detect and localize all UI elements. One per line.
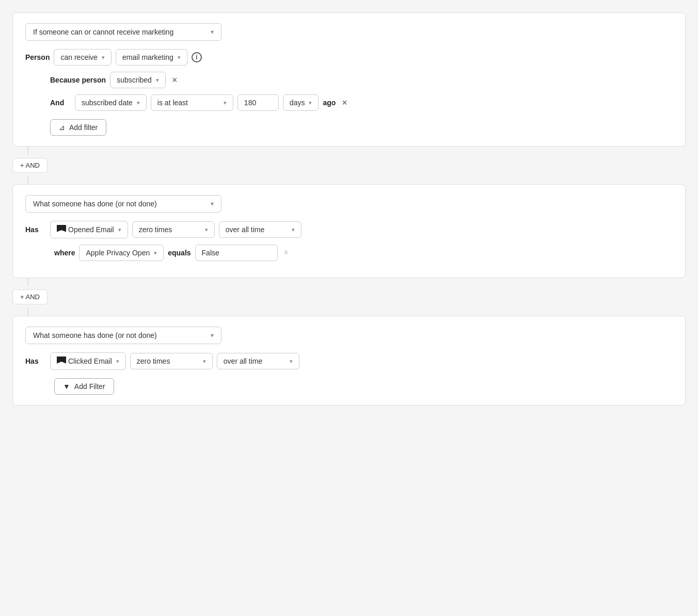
time-chevron-2: ▾: [292, 226, 295, 233]
condition-type-chevron-3: ▾: [211, 332, 214, 339]
add-filter-icon-1: ⊿: [59, 123, 65, 132]
condition-block-2: What someone has done (or not done) ▾ Ha…: [12, 184, 686, 278]
marketing-type-label: email marketing: [122, 53, 173, 61]
action-chevron-3: ▾: [116, 358, 119, 365]
days-value-input[interactable]: [237, 94, 279, 111]
has-row-2: Has Opened Email ▾ zero times ▾ over all…: [25, 221, 673, 238]
action-label-3: Clicked Email: [68, 357, 112, 365]
condition-type-label-2: What someone has done (or not done): [33, 200, 157, 208]
condition-type-chevron-1: ▾: [211, 28, 214, 36]
vert-line-1: [28, 147, 28, 155]
and-connector-2: + AND: [12, 286, 686, 307]
can-receive-label: can receive: [60, 53, 98, 61]
value-dropdown-2[interactable]: False: [195, 245, 278, 261]
and-label: And: [50, 99, 71, 107]
subscribed-date-dropdown[interactable]: subscribed date ▾: [75, 94, 147, 111]
is-at-least-chevron: ▾: [224, 100, 227, 106]
frequency-chevron-3: ▾: [203, 358, 206, 365]
add-filter-button-3[interactable]: ▼ Add Filter: [54, 378, 114, 395]
action-dropdown-3[interactable]: Clicked Email ▾: [50, 352, 126, 370]
marketing-type-dropdown[interactable]: email marketing ▾: [116, 49, 187, 66]
time-label-3: over all time: [224, 357, 262, 365]
frequency-label-2: zero times: [139, 225, 172, 234]
has-label-3: Has: [25, 357, 46, 365]
property-chevron-2: ▾: [154, 250, 157, 256]
and-row-close-button[interactable]: ×: [340, 98, 350, 107]
person-row: Person can receive ▾ email marketing ▾ i: [25, 49, 673, 66]
and-button-2[interactable]: + AND: [12, 289, 47, 304]
condition-type-label-1: If someone can or cannot receive marketi…: [33, 28, 173, 36]
condition-block-3: What someone has done (or not done) ▾ Ha…: [12, 316, 686, 406]
frequency-chevron-2: ▾: [205, 226, 208, 233]
can-receive-dropdown[interactable]: can receive ▾: [54, 49, 112, 66]
ago-label: ago: [323, 99, 336, 107]
and-connector-1: + AND: [12, 155, 686, 176]
and-button-1[interactable]: + AND: [12, 158, 47, 173]
vert-line-4: [28, 307, 28, 316]
and-row: And subscribed date ▾ is at least ▾ days…: [25, 94, 673, 111]
days-unit-label: days: [290, 99, 305, 107]
value-label-2: False: [202, 249, 219, 257]
add-filter-button-1[interactable]: ⊿ Add filter: [50, 119, 106, 136]
time-label-2: over all time: [226, 225, 264, 234]
person-label: Person: [25, 53, 50, 61]
add-filter-container-3: ▼ Add Filter: [25, 376, 673, 395]
days-unit-chevron: ▾: [309, 100, 312, 106]
because-person-close-button[interactable]: ×: [170, 75, 180, 85]
action-chevron-2: ▾: [118, 226, 121, 233]
where-row-2: where Apple Privacy Open ▾ equals False …: [25, 245, 673, 261]
because-person-row: Because person subscribed ▾ ×: [25, 72, 673, 88]
vert-line-2: [28, 176, 28, 184]
can-receive-chevron: ▾: [102, 54, 105, 61]
frequency-label-3: zero times: [137, 357, 170, 365]
subscribed-dropdown[interactable]: subscribed ▾: [110, 72, 166, 88]
where-label-2: where: [54, 249, 75, 257]
add-filter-container-1: ⊿ Add filter: [25, 117, 673, 136]
subscribed-label: subscribed: [117, 76, 152, 84]
add-filter-icon-3: ▼: [63, 382, 70, 391]
subscribed-chevron: ▾: [156, 77, 159, 84]
subscribed-date-label: subscribed date: [82, 99, 133, 107]
equals-label-2: equals: [168, 249, 191, 257]
property-dropdown-2[interactable]: Apple Privacy Open ▾: [79, 245, 164, 261]
add-filter-label-1: Add filter: [69, 123, 98, 132]
condition-type-chevron-2: ▾: [211, 200, 214, 207]
is-at-least-label: is at least: [157, 99, 188, 107]
frequency-dropdown-3[interactable]: zero times ▾: [130, 353, 213, 369]
property-label-2: Apple Privacy Open: [86, 249, 150, 257]
time-chevron-3: ▾: [290, 358, 293, 365]
vert-line-3: [28, 278, 28, 286]
and-button-1-label: + AND: [20, 161, 40, 169]
and-button-2-label: + AND: [20, 293, 40, 301]
opened-email-icon: [57, 225, 66, 234]
action-dropdown-2[interactable]: Opened Email ▾: [50, 221, 128, 238]
condition-type-dropdown-2[interactable]: What someone has done (or not done) ▾: [25, 195, 221, 213]
marketing-type-chevron: ▾: [178, 54, 181, 61]
add-filter-label-3: Add Filter: [74, 382, 105, 391]
because-person-label: Because person: [50, 76, 106, 84]
condition-block-1: If someone can or cannot receive marketi…: [12, 12, 686, 147]
has-label-2: Has: [25, 225, 46, 234]
action-label-2: Opened Email: [68, 225, 114, 234]
info-icon[interactable]: i: [192, 52, 202, 62]
days-unit-dropdown[interactable]: days ▾: [283, 94, 319, 111]
condition-type-label-3: What someone has done (or not done): [33, 331, 157, 339]
time-dropdown-2[interactable]: over all time ▾: [219, 221, 302, 238]
time-dropdown-3[interactable]: over all time ▾: [217, 353, 299, 369]
condition-type-dropdown-1[interactable]: If someone can or cannot receive marketi…: [25, 23, 221, 41]
subscribed-date-chevron: ▾: [137, 100, 140, 106]
has-row-3: Has Clicked Email ▾ zero times ▾ over al…: [25, 352, 673, 370]
is-at-least-dropdown[interactable]: is at least ▾: [151, 94, 233, 111]
where-row-close-button-2[interactable]: ×: [282, 249, 291, 257]
condition-type-dropdown-3[interactable]: What someone has done (or not done) ▾: [25, 327, 221, 344]
frequency-dropdown-2[interactable]: zero times ▾: [132, 221, 215, 238]
clicked-email-icon: [57, 356, 66, 366]
